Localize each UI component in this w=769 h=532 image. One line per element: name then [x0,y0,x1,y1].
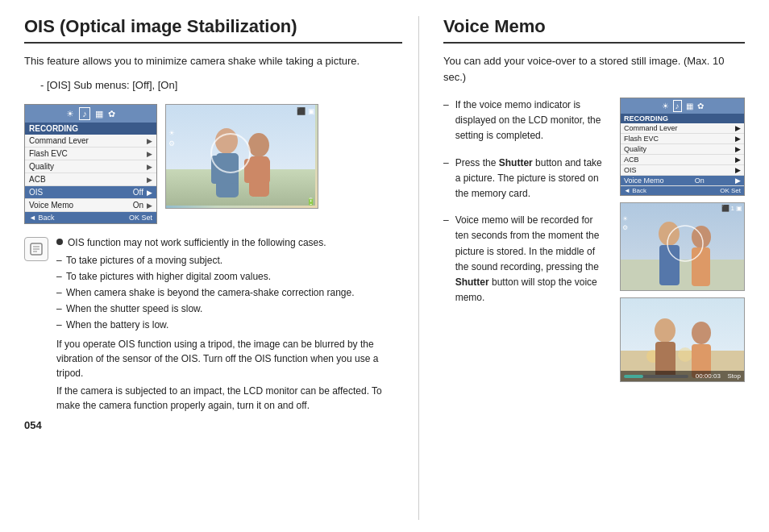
svg-point-28 [692,322,711,344]
voice-text3: Voice memo will be recorded for ten seco… [455,213,609,305]
vphoto1-icon1: ⬛ [721,205,730,212]
vmenu-row-acb: ACB ▶ [621,155,744,165]
vmenu-row-flash: Flash EVC ▶ [621,134,744,144]
notes-text-block: OIS function may not work sufficiently i… [56,235,402,413]
bullet1-sub2: To take pictures with higher digital zoo… [56,269,402,284]
menu-top-icons: ☀ ♪ ▦ ✿ [25,105,156,123]
stop-label: Stop [728,372,741,380]
svg-rect-15 [621,260,745,291]
vicon-sound: ♪ [673,100,682,112]
right-section: Voice Memo You can add your voice-over t… [419,16,745,520]
vmenu-bottom: ◄ Back OK Set [621,186,744,195]
voice-item-3: – Voice memo will be recorded for ten se… [443,213,609,305]
vphoto1-icon2: 1 [731,205,734,212]
svg-point-6 [248,133,269,157]
voice-item-2: – Press the Shutter button and take a pi… [443,156,609,202]
menu-row-command: Command Lever ▶ [25,135,156,148]
svg-point-16 [659,222,680,246]
page-number: 054 [24,419,402,431]
vicon-grid: ▦ [686,102,693,110]
voice-text2: Press the Shutter button and take a pict… [455,156,609,202]
svg-point-26 [655,318,675,343]
svg-point-25 [678,347,692,362]
page: OIS (Optical image Stabilization) This f… [0,0,769,532]
menu-back: ◄ Back [29,214,54,222]
vmenu-back: ◄ Back [624,187,646,194]
voice-menu-box: ☀ ♪ ▦ ✿ RECORDING Command Lever ▶ Flash … [620,98,745,196]
bullet1-sub3: When camera shake is beyond the camera-s… [56,285,402,300]
progress-fill [624,375,643,378]
menu-row-ois: OIS Off ▶ [25,186,156,199]
menu-row-voicememo: Voice Memo On ▶ [25,199,156,212]
vphoto1-icon3: ▣ [736,205,742,212]
vphoto1-top-icons: ⬛ 1 ▣ [721,205,742,212]
bullet1: OIS function may not work sufficiently i… [56,235,402,332]
menu-header: RECORDING [25,123,156,135]
bullet1-sub: To take pictures of a moving subject. To… [56,253,402,332]
voice-item-1: – If the voice memo indicator is display… [443,98,609,144]
note-icon-box [24,237,48,261]
voice-text1: If the voice memo indicator is displayed… [455,98,609,144]
bullet3-text: If the camera is subjected to an impact,… [56,385,382,411]
voice-scene2-svg [621,298,745,382]
ois-menu-box: ☀ ♪ ▦ ✿ RECORDING Command Lever ▶ Flash … [24,104,157,224]
photo-licon1: ☀ [168,129,175,137]
voice-dash3: – [443,213,449,228]
bullet1-main: OIS function may not work sufficiently i… [56,235,402,250]
voice-scene1-svg [621,203,745,291]
progress-bar [624,375,688,378]
submenu-dash: - [40,79,47,91]
menu-ok: OK Set [129,214,152,222]
bullet1-text: OIS function may not work sufficiently i… [68,235,326,250]
left-intro: This feature allows you to minimize came… [24,53,402,69]
voice-text-col: – If the voice memo indicator is display… [443,98,609,382]
vicon-flower: ✿ [697,102,704,110]
photo-licon2: ⚙ [168,139,175,148]
icon-sound: ♪ [79,107,90,120]
bullet1-sub5: When the battery is low. [56,318,402,332]
svg-rect-19 [692,247,710,286]
bullet1-sub1: To take pictures of a moving subject. [56,253,402,268]
voice-photo1: ⬛ 1 ▣ ☀ ⚙ [620,202,745,291]
submenu-note: - [OIS] Sub menus: [Off], [On] [40,77,402,94]
note-icon-svg [29,242,44,256]
camera-ui-area: ☀ ♪ ▦ ✿ RECORDING Command Lever ▶ Flash … [24,104,402,224]
bullet1-sub4: When the shutter speed is slow. [56,301,402,316]
bullet3: If the camera is subjected to an impact,… [56,384,402,413]
svg-rect-1 [166,169,315,206]
voice-content: – If the voice memo indicator is display… [443,98,745,382]
voice-dash2: – [443,156,449,171]
ois-camera-photo: ⬛ ▣ ☀ ⚙ [165,104,318,209]
bullet2-text: If you operate OIS function using a trip… [56,339,378,379]
photo-icon1: ⬛ [297,107,306,115]
voice-dash1: – [443,98,449,113]
vmenu-row-quality: Quality ▶ [621,144,744,155]
vmenu-ok: OK Set [720,187,741,194]
vicon-sun: ☀ [662,102,669,110]
vmenu-row-ois: OIS ▶ [621,165,744,176]
submenu-label: [OIS] Sub menus: [Off], [On] [47,79,177,91]
left-title: OIS (Optical image Stabilization) [24,16,402,44]
vmenu-row-voicememo: Voice Memo On ▶ [621,176,744,186]
photo-overlay-icons: ⬛ ▣ [297,107,315,115]
vphoto1-left-icons: ☀ ⚙ [622,215,628,231]
svg-rect-9 [263,159,270,183]
right-title: Voice Memo [443,16,745,44]
bullet2: If you operate OIS function using a trip… [56,337,402,380]
vphoto2-bottom: 00:00:03 Stop [621,371,744,381]
bullet-dot1 [56,239,63,245]
vmenu-top-icons: ☀ ♪ ▦ ✿ [621,98,744,114]
vmenu-row-command: Command Lever ▶ [621,123,744,134]
timestamp: 00:00:03 [696,372,721,380]
notes-section: OIS function may not work sufficiently i… [24,235,402,413]
menu-bottom: ◄ Back OK Set [25,212,156,223]
voice-intro: You can add your voice-over to a stored … [443,53,745,85]
photo-left-icons: ☀ ⚙ [168,129,175,148]
icon-sun: ☀ [66,109,74,119]
voice-photo2: 00:00:03 Stop [620,297,745,382]
vphoto1-licon1: ☀ [622,215,628,222]
icon-flower: ✿ [108,109,115,119]
voice-images-col: ☀ ♪ ▦ ✿ RECORDING Command Lever ▶ Flash … [620,98,745,382]
photo-bottom-icons: 🔋 [306,197,315,206]
menu-row-quality: Quality ▶ [25,160,156,173]
